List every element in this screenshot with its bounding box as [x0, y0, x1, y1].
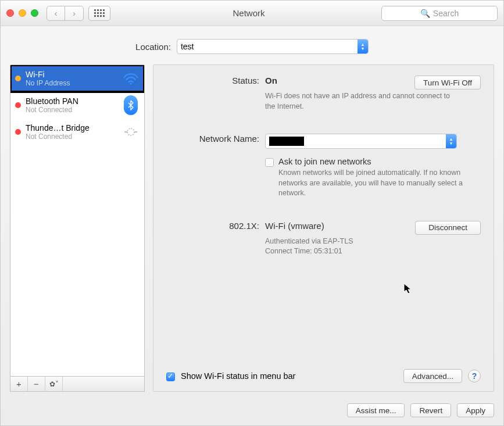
- ask-to-join-row: Ask to join new networks Known networks …: [265, 157, 481, 199]
- network-name-select[interactable]: ▲▼: [265, 134, 457, 149]
- zoom-window-button[interactable]: [31, 9, 38, 17]
- dot1x-auth-text: Authenticated via EAP-TLS: [265, 237, 451, 247]
- main-bottom-bar: Show Wi-Fi status in menu bar Advanced..…: [166, 369, 481, 383]
- service-name: Thunde…t Bridge: [26, 123, 117, 133]
- status-label: Status:: [166, 76, 265, 112]
- remove-service-button[interactable]: −: [28, 377, 45, 391]
- svg-point-0: [130, 83, 131, 84]
- dot1x-label: 802.1X:: [166, 221, 265, 257]
- disconnect-button[interactable]: Disconnect: [415, 221, 481, 235]
- status-dot-orange: [15, 76, 21, 81]
- wifi-toggle-button[interactable]: Turn Wi-Fi Off: [414, 76, 481, 90]
- service-thunderbolt-bridge[interactable]: Thunde…t Bridge Not Connected: [10, 119, 144, 145]
- show-all-button[interactable]: [88, 6, 110, 21]
- service-bluetooth-pan[interactable]: Bluetooth PAN Not Connected: [10, 92, 144, 119]
- dot1x-value: Wi-Fi (vmware): [265, 221, 324, 231]
- main-panel: Status: On Turn Wi-Fi Off Wi-Fi does not…: [153, 65, 494, 392]
- wifi-icon: [122, 70, 140, 87]
- show-status-checkbox[interactable]: [166, 373, 175, 381]
- search-placeholder: Search: [433, 9, 459, 18]
- bluetooth-icon: [122, 96, 140, 114]
- service-name: Bluetooth PAN: [26, 96, 117, 106]
- close-window-button[interactable]: [6, 9, 14, 17]
- minimize-window-button[interactable]: [19, 9, 26, 17]
- window-controls: [6, 9, 38, 17]
- service-list: Wi-Fi No IP Address Bluetooth PAN Not Co…: [10, 65, 145, 377]
- assist-me-button[interactable]: Assist me...: [347, 403, 405, 417]
- show-status-label: Show Wi-Fi status in menu bar: [181, 371, 295, 381]
- network-preferences-window: ‹ › Network 🔍 Search Location: test ▲▼: [0, 0, 504, 426]
- search-icon: 🔍: [420, 9, 430, 18]
- status-value: On: [265, 76, 277, 85]
- dot1x-time-text: Connect Time: 05:31:01: [265, 246, 451, 257]
- status-subtext: Wi-Fi does not have an IP address and ca…: [265, 91, 451, 112]
- window-title: Network: [116, 8, 381, 18]
- cursor-icon: [403, 283, 413, 295]
- footer: Assist me... Revert Apply: [1, 398, 503, 425]
- service-actions-button[interactable]: ✿˅: [45, 377, 63, 391]
- status-field: Status: On Turn Wi-Fi Off Wi-Fi does not…: [166, 76, 481, 112]
- svg-point-1: [127, 128, 134, 135]
- network-name-field: Network Name: ▲▼ Ask to join new network…: [166, 134, 481, 199]
- service-status: Not Connected: [26, 106, 117, 114]
- service-status: No IP Address: [26, 79, 117, 87]
- location-value: test: [181, 42, 194, 51]
- service-toolbar: + − ✿˅: [10, 377, 145, 392]
- titlebar: ‹ › Network 🔍 Search: [1, 1, 503, 26]
- ask-to-join-label: Ask to join new networks: [278, 157, 371, 166]
- services-sidebar: Wi-Fi No IP Address Bluetooth PAN Not Co…: [10, 65, 145, 392]
- body: Wi-Fi No IP Address Bluetooth PAN Not Co…: [10, 65, 494, 392]
- search-input[interactable]: 🔍 Search: [381, 6, 498, 21]
- content: Location: test ▲▼ Wi-Fi No IP Address: [1, 26, 503, 398]
- service-wifi[interactable]: Wi-Fi No IP Address: [10, 65, 144, 92]
- nav-segment: ‹ ›: [47, 6, 84, 21]
- dot1x-field: 802.1X: Wi-Fi (vmware) Disconnect Authen…: [166, 221, 481, 257]
- location-label: Location:: [135, 42, 171, 52]
- forward-button[interactable]: ›: [65, 6, 84, 21]
- ask-to-join-subtext: Known networks will be joined automatica…: [278, 168, 464, 199]
- service-status: Not Connected: [26, 133, 117, 141]
- revert-button[interactable]: Revert: [410, 403, 451, 417]
- status-dot-red: [15, 102, 21, 108]
- grid-icon: [94, 9, 105, 17]
- help-button[interactable]: ?: [468, 370, 481, 382]
- thunderbolt-icon: [122, 123, 140, 141]
- chevron-left-icon: ‹: [55, 8, 58, 18]
- advanced-button[interactable]: Advanced...: [403, 369, 462, 383]
- network-name-redacted: [269, 137, 304, 146]
- location-select[interactable]: test ▲▼: [177, 39, 369, 54]
- stepper-icon: ▲▼: [358, 40, 368, 53]
- ask-to-join-checkbox[interactable]: [265, 158, 274, 167]
- network-name-label: Network Name:: [166, 134, 265, 199]
- stepper-icon: ▲▼: [446, 134, 456, 148]
- chevron-right-icon: ›: [73, 8, 76, 18]
- add-service-button[interactable]: +: [10, 377, 28, 391]
- service-name: Wi-Fi: [26, 70, 117, 79]
- location-row: Location: test ▲▼: [10, 39, 494, 54]
- apply-button[interactable]: Apply: [457, 403, 494, 417]
- back-button[interactable]: ‹: [47, 6, 65, 21]
- status-dot-red: [15, 129, 21, 135]
